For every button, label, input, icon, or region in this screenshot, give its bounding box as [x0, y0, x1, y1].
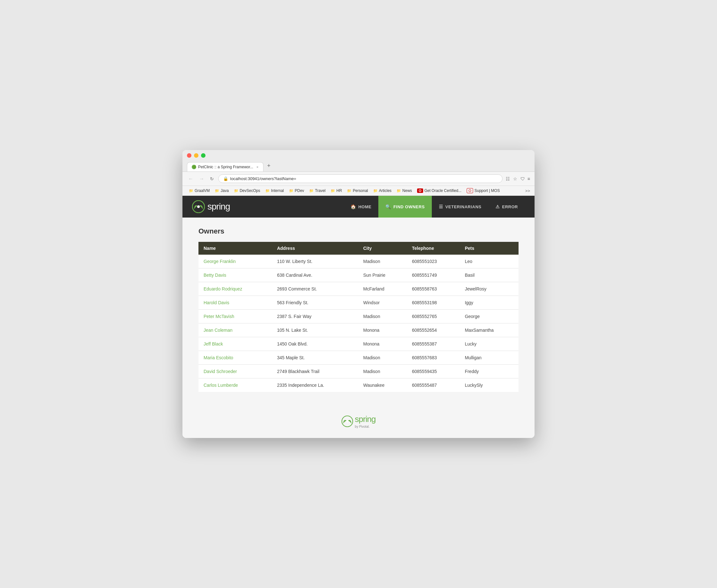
owner-name-link[interactable]: Jean Coleman [204, 328, 232, 333]
owner-pets-cell: JewelRosy [460, 282, 518, 296]
close-button[interactable] [187, 153, 191, 158]
owner-address-cell: 563 Friendly St. [272, 296, 358, 310]
bookmark-news[interactable]: 📁 News [395, 188, 414, 193]
reader-view-button[interactable]: ☷ [506, 176, 510, 182]
owner-telephone-cell: 6085558763 [407, 282, 460, 296]
nav-error-label: ERROR [502, 205, 518, 209]
owner-city-cell: Madison [358, 255, 407, 268]
spring-logo-text: spring [207, 202, 230, 212]
minimize-button[interactable] [194, 153, 199, 158]
bookmark-button[interactable]: ☆ [513, 176, 517, 182]
owner-name-link[interactable]: Jeff Black [204, 341, 223, 346]
page-title: Owners [199, 227, 518, 235]
forward-button[interactable]: → [198, 175, 205, 182]
table-row: David Schroeder2749 Blackhawk TrailMadis… [199, 365, 518, 378]
owner-name-link[interactable]: George Franklin [204, 259, 235, 264]
maximize-button[interactable] [201, 153, 205, 158]
owner-address-cell: 1450 Oak Blvd. [272, 337, 358, 351]
owner-pets-cell: Mulligan [460, 351, 518, 365]
url-bar[interactable]: 🔒 localhost:30941/owners?lastName= [218, 174, 503, 183]
folder-icon: 📁 [234, 189, 239, 193]
owner-city-cell: Monona [358, 337, 407, 351]
svg-point-3 [346, 420, 348, 423]
bookmark-label: Travel [315, 188, 326, 193]
footer-logo: spring by Pivotal. [342, 414, 376, 428]
owner-name-link[interactable]: Carlos Lumberde [204, 383, 238, 388]
list-icon: ☰ [439, 204, 443, 209]
owner-pets-cell: Freddy [460, 365, 518, 378]
owner-name-link[interactable]: Betty Davis [204, 273, 226, 278]
bookmark-mos[interactable]: O Support | MOS [465, 187, 502, 194]
bookmark-label: Get Oracle Certified... [425, 188, 462, 193]
bookmark-personal[interactable]: 📁 Personal [345, 188, 370, 193]
title-bar: 🌿 PetClinic :: a Spring Framewor... × + [182, 150, 535, 172]
owner-name-cell: Harold Davis [199, 296, 272, 310]
shield-ext-button[interactable]: 🛡 [520, 176, 525, 182]
folder-icon: 📁 [289, 189, 293, 193]
owner-name-link[interactable]: Eduardo Rodriquez [204, 286, 242, 291]
folder-icon: 📁 [265, 189, 270, 193]
bookmark-articles[interactable]: 📁 Articles [371, 188, 393, 193]
col-telephone: Telephone [407, 242, 460, 255]
bookmark-label: Java [221, 188, 228, 193]
nav-veterinarians[interactable]: ☰ VETERINARIANS [432, 196, 489, 217]
warning-icon: ⚠ [495, 204, 500, 209]
spring-logo[interactable]: spring [192, 196, 230, 217]
folder-icon: 📁 [215, 189, 219, 193]
bookmark-label: GraalVM [194, 188, 210, 193]
active-tab[interactable]: 🌿 PetClinic :: a Spring Framewor... × [187, 162, 263, 171]
owner-city-cell: Monona [358, 323, 407, 337]
mos-icon: O [467, 188, 473, 193]
bookmark-devsecops[interactable]: 📁 DevSecOps [232, 188, 262, 193]
footer-logo-text: spring [355, 414, 376, 424]
nav-find-owners[interactable]: 🔍 FIND OWNERS [378, 196, 431, 217]
bookmark-internal[interactable]: 📁 Internal [263, 188, 286, 193]
bookmarks-bar: 📁 GraalVM 📁 Java 📁 DevSecOps 📁 Internal … [182, 186, 535, 196]
new-tab-button[interactable]: + [264, 160, 274, 171]
bookmark-java[interactable]: 📁 Java [213, 188, 230, 193]
owner-name-link[interactable]: David Schroeder [204, 369, 237, 374]
bookmark-hr[interactable]: 📁 HR [329, 188, 344, 193]
nav-home-label: HOME [358, 205, 371, 209]
menu-button[interactable]: ≡ [528, 176, 530, 182]
back-button[interactable]: ← [187, 175, 194, 182]
oracle-icon: O [417, 188, 423, 193]
bookmark-label: Support | MOS [474, 188, 500, 193]
search-icon: 🔍 [385, 204, 391, 209]
tab-bar: 🌿 PetClinic :: a Spring Framewor... × + [187, 160, 530, 171]
owner-telephone-cell: 6085551749 [407, 268, 460, 282]
bookmark-label: Articles [379, 188, 391, 193]
owner-name-link[interactable]: Peter McTavish [204, 314, 234, 319]
owner-address-cell: 110 W. Liberty St. [272, 255, 358, 268]
svg-point-1 [197, 205, 200, 208]
owner-telephone-cell: 6085555487 [407, 378, 460, 392]
col-pets: Pets [460, 242, 518, 255]
bookmarks-more-button[interactable]: >> [525, 188, 530, 193]
owner-name-cell: David Schroeder [199, 365, 272, 378]
table-row: Jeff Black1450 Oak Blvd.Monona6085555387… [199, 337, 518, 351]
owner-pets-cell: MaxSamantha [460, 323, 518, 337]
address-bar: ← → ↻ 🔒 localhost:30941/owners?lastName=… [182, 172, 535, 186]
tab-title: PetClinic :: a Spring Framewor... [198, 165, 253, 169]
owner-address-cell: 345 Maple St. [272, 351, 358, 365]
owner-address-cell: 2387 S. Fair Way [272, 310, 358, 323]
owner-address-cell: 105 N. Lake St. [272, 323, 358, 337]
bookmark-travel[interactable]: 📁 Travel [307, 188, 327, 193]
owner-telephone-cell: 6085551023 [407, 255, 460, 268]
url-actions: ☷ ☆ [506, 176, 517, 182]
owner-city-cell: Waunakee [358, 378, 407, 392]
col-city: City [358, 242, 407, 255]
owner-address-cell: 2693 Commerce St. [272, 282, 358, 296]
owner-name-cell: Eduardo Rodriquez [199, 282, 272, 296]
bookmark-graalvm[interactable]: 📁 GraalVM [187, 188, 211, 193]
table-row: George Franklin110 W. Liberty St.Madison… [199, 255, 518, 268]
nav-home[interactable]: 🏠 HOME [344, 196, 379, 217]
reload-button[interactable]: ↻ [209, 176, 215, 182]
bookmark-oracle[interactable]: O Get Oracle Certified... [415, 188, 464, 193]
bookmark-pdev[interactable]: 📁 PDev [287, 188, 306, 193]
footer: spring by Pivotal. [182, 405, 535, 438]
tab-close-button[interactable]: × [257, 165, 258, 169]
nav-error[interactable]: ⚠ ERROR [489, 196, 525, 217]
owner-name-link[interactable]: Harold Davis [204, 300, 229, 305]
owner-name-link[interactable]: Maria Escobito [204, 355, 233, 360]
